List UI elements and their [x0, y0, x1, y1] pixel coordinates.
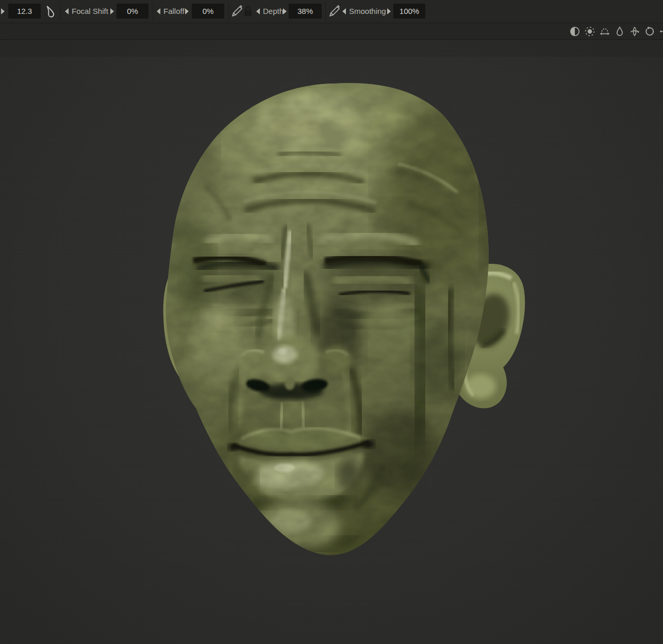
falloff-curve-icon[interactable]: [43, 4, 58, 19]
smoothing-label: Smoothing: [349, 0, 386, 23]
toolbar-divider: [325, 2, 326, 21]
toolbar-divider: [228, 2, 229, 21]
pan-icon[interactable]: [658, 25, 663, 38]
focal-shift-value[interactable]: 0%: [117, 4, 148, 19]
rotate-y-icon[interactable]: [628, 25, 641, 38]
droplet-icon[interactable]: [614, 25, 626, 38]
viewport-toolbar: [0, 23, 663, 40]
light-rotate-icon[interactable]: [599, 25, 611, 38]
focal-shift-decrease-icon[interactable]: [65, 8, 69, 14]
stepper-right-icon[interactable]: [1, 8, 5, 14]
radius-value[interactable]: 12.3: [8, 4, 41, 19]
falloff-increase-icon[interactable]: [185, 8, 189, 14]
focal-shift-label: Focal Shift: [72, 0, 108, 23]
depth-value[interactable]: 38%: [289, 4, 322, 19]
toolbar-divider: [153, 2, 153, 21]
smoothing-value[interactable]: 100%: [393, 4, 425, 19]
smoothing-increase-icon[interactable]: [387, 8, 391, 14]
lock-icon[interactable]: [243, 6, 253, 17]
pen-pressure-icon[interactable]: [230, 5, 244, 18]
depth-increase-icon[interactable]: [283, 8, 287, 14]
focal-shift-increase-icon[interactable]: [110, 8, 114, 14]
contrast-icon[interactable]: [569, 25, 581, 38]
depth-label: Depth: [263, 0, 284, 23]
falloff-decrease-icon[interactable]: [157, 8, 160, 14]
pen-pressure-icon[interactable]: [328, 5, 341, 18]
brightness-icon[interactable]: [584, 25, 596, 38]
falloff-label: Falloff: [163, 0, 185, 23]
smoothing-decrease-icon[interactable]: [342, 8, 346, 14]
toolbar-divider: [60, 2, 61, 21]
rotate-reset-icon[interactable]: [643, 25, 656, 38]
falloff-value[interactable]: 0%: [192, 4, 224, 19]
viewport-canvas[interactable]: [0, 0, 663, 644]
brush-settings-toolbar: 12.3 Focal Shift 0% Falloff 0% Depth 38%…: [0, 0, 663, 23]
depth-decrease-icon[interactable]: [256, 8, 260, 14]
